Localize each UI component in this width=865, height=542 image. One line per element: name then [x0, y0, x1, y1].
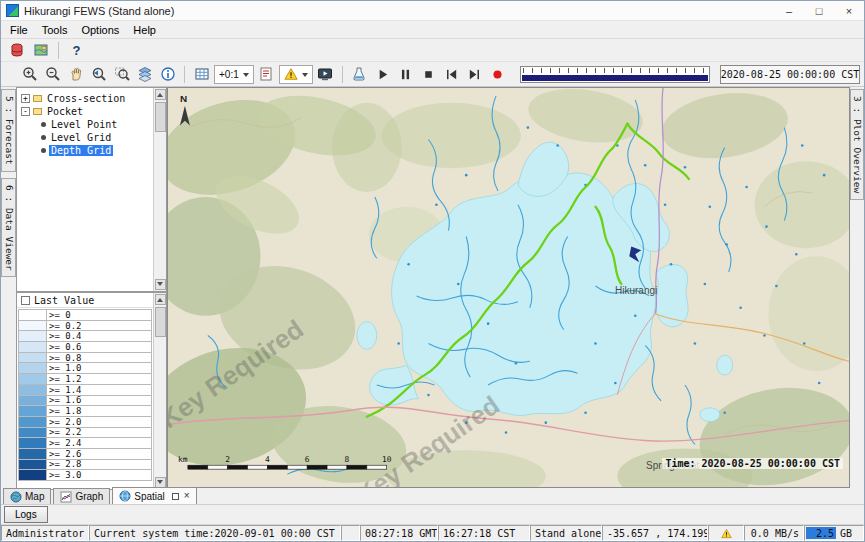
scroll-up-button[interactable] [155, 89, 166, 100]
pause-button[interactable] [395, 64, 416, 85]
zoom-previous-button[interactable] [88, 64, 109, 85]
map-canvas[interactable]: N km 2 4 6 8 10 [168, 88, 849, 487]
legend-row: >= 0.6 [18, 342, 152, 353]
legend-color-swatch [18, 310, 47, 321]
tab-graph[interactable]: Graph [53, 488, 110, 504]
grid-display-button[interactable] [191, 64, 212, 85]
stop-button[interactable] [418, 64, 439, 85]
menu-help[interactable]: Help [126, 22, 163, 38]
menu-file[interactable]: File [3, 22, 35, 38]
export-button[interactable] [349, 64, 370, 85]
tree-scrollbar [153, 88, 166, 291]
frame-interval-value: +0:1 [219, 69, 239, 80]
zoom-in-button[interactable] [19, 64, 40, 85]
document-icon [258, 66, 274, 82]
title-bar: Hikurangi FEWS (Stand alone) – □ × [1, 1, 864, 21]
tab-map[interactable]: Map [3, 488, 51, 504]
scroll-down-button[interactable] [155, 279, 166, 290]
svg-text:10: 10 [382, 455, 392, 464]
status-user: Administrator [1, 525, 89, 541]
legend-label: >= 2.6 [47, 449, 152, 460]
legend-row: >= 2.4 [18, 438, 152, 449]
last-value-checkbox[interactable] [21, 296, 30, 305]
profile-button[interactable] [256, 64, 277, 85]
timeline-slider[interactable] [520, 66, 710, 83]
play-button[interactable] [372, 64, 393, 85]
legend-label: >= 3.0 [47, 470, 152, 481]
zoom-extent-button[interactable] [111, 64, 132, 85]
status-system-time: Current system time:2020-09-01 00:00 CST [89, 525, 341, 541]
collapse-icon[interactable]: - [21, 107, 30, 116]
tab-plot-overview[interactable]: 3 : Plot Overview [850, 89, 864, 200]
undock-icon[interactable] [172, 493, 179, 500]
app-icon [6, 4, 19, 17]
frame-interval-combo[interactable]: +0:1 [214, 65, 254, 84]
legend-color-swatch [18, 428, 47, 439]
legend-color-swatch [18, 331, 47, 342]
zoom-in-icon [22, 66, 38, 82]
last-frame-button[interactable] [464, 64, 485, 85]
database-button[interactable] [6, 40, 27, 61]
svg-text:N: N [180, 93, 187, 104]
logs-row: Logs [1, 505, 864, 525]
tree-node-cross-section[interactable]: + Cross-section [21, 92, 152, 105]
toolbar-separator [58, 42, 59, 59]
menu-options[interactable]: Options [74, 22, 126, 38]
scroll-up-button[interactable] [155, 294, 166, 305]
menu-tools[interactable]: Tools [35, 22, 75, 38]
record-button[interactable] [487, 64, 508, 85]
tree-node-level-point[interactable]: Level Point [21, 118, 152, 131]
expand-icon[interactable]: + [21, 94, 30, 103]
legend-label: >= 1.0 [47, 363, 152, 374]
tab-data-viewer[interactable]: 6 : Data Viewer [1, 178, 16, 278]
info-button[interactable] [157, 64, 178, 85]
chevron-down-icon [243, 73, 249, 80]
zoom-out-button[interactable] [42, 64, 63, 85]
pan-button[interactable] [65, 64, 86, 85]
spatial-globe-icon [119, 490, 131, 502]
legend-color-swatch [18, 396, 47, 407]
tab-forecast[interactable]: 5 : Forecast [1, 89, 16, 172]
status-coordinates: -35.657 , 174.199 [602, 525, 708, 541]
logs-button[interactable]: Logs [4, 506, 48, 523]
timeline-navigator-bar[interactable] [522, 75, 708, 81]
legend-row: >= 1.8 [18, 406, 152, 417]
scrollbar-thumb[interactable] [155, 102, 166, 132]
legend-row: >= 2.2 [18, 428, 152, 439]
tree-node-label: Level Point [49, 119, 119, 130]
triangle-up-icon [157, 90, 163, 97]
legend-header: Last Value [17, 293, 166, 308]
tree-node-level-grid[interactable]: Level Grid [21, 131, 152, 144]
status-warning-cell [708, 525, 744, 541]
tab-label: Map [25, 491, 44, 502]
maximize-button[interactable]: □ [804, 1, 834, 20]
legend-panel: Last Value >= 0 >= 0.2 >= 0.4 >= 0.6 >= … [16, 292, 167, 490]
info-icon [160, 66, 176, 82]
legend-row: >= 1.0 [18, 363, 152, 374]
close-button[interactable]: × [834, 1, 864, 20]
legend-label: >= 2.8 [47, 460, 152, 471]
scrollbar-thumb[interactable] [155, 307, 166, 337]
help-button[interactable]: ? [66, 40, 87, 61]
legend-row: >= 0.4 [18, 331, 152, 342]
legend-color-swatch [18, 460, 47, 471]
animation-button[interactable] [315, 64, 336, 85]
layers-button[interactable] [134, 64, 155, 85]
tab-spatial[interactable]: Spatial × [112, 487, 196, 504]
warnings-dropdown[interactable] [279, 65, 313, 84]
legend-row: >= 3.0 [18, 470, 152, 481]
layer-bullet-icon [41, 122, 46, 127]
legend-row: >= 0.8 [18, 353, 152, 364]
tree-node-depth-grid[interactable]: Depth Grid [21, 144, 152, 157]
tab-label: Graph [75, 491, 103, 502]
map-display-button[interactable] [30, 40, 51, 61]
svg-text:6: 6 [305, 455, 310, 464]
pause-icon [398, 67, 413, 82]
first-frame-button[interactable] [441, 64, 462, 85]
globe-icon [10, 491, 22, 503]
layers-icon [137, 66, 153, 82]
minimize-button[interactable]: – [774, 1, 804, 20]
tree-node-pocket[interactable]: - Pocket [21, 105, 152, 118]
close-tab-icon[interactable]: × [184, 491, 190, 501]
legend-scrollbar [153, 293, 166, 489]
